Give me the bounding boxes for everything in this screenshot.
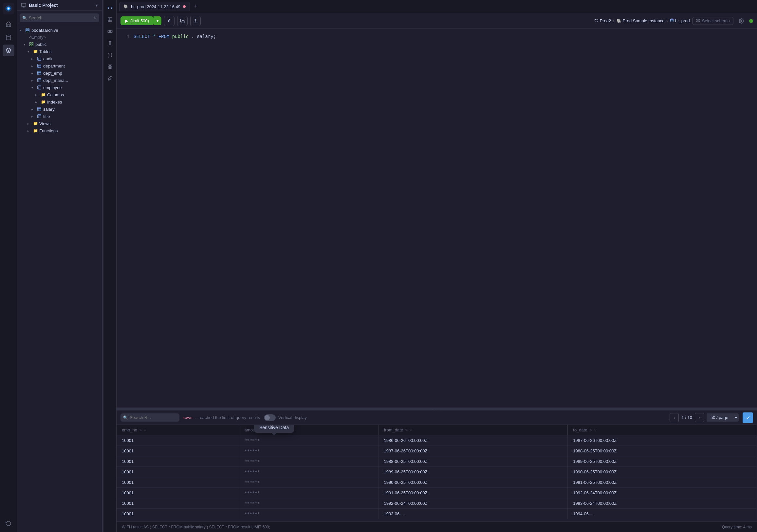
resize-handle[interactable]: ⋯⋯⋯ xyxy=(117,408,757,410)
breadcrumb-prod2[interactable]: 🛡 Prod2 xyxy=(594,18,611,23)
results-table-wrapper: Sensitive Data emp_no ⇅ ▽ xyxy=(117,425,757,521)
icon-panel: ( ) xyxy=(104,0,117,532)
tree-item-views[interactable]: ▸ 📁 Views xyxy=(17,120,102,127)
status-query: WITH result AS ( SELECT * FROM public.sa… xyxy=(122,525,717,529)
breadcrumb-db-label: hr_prod xyxy=(675,18,690,23)
tree-item-dept-emp[interactable]: ▸ dept_emp xyxy=(17,70,102,77)
results-panel: 🔍 rows - reached the limit of query resu… xyxy=(117,410,757,521)
chevron-icon: ▸ xyxy=(31,64,35,68)
tree-label-empty: <Empty> xyxy=(29,35,46,40)
next-page-button[interactable]: › xyxy=(695,413,704,422)
results-search-input[interactable] xyxy=(120,413,179,422)
code-editor[interactable]: 1 SELECT * FROM public . salary; xyxy=(117,29,757,408)
tree-item-dept-mana[interactable]: ▸ dept_mana... xyxy=(17,77,102,84)
puzzle-icon[interactable] xyxy=(105,73,115,84)
tree-item-public[interactable]: ▾ public xyxy=(17,41,102,48)
svg-rect-20 xyxy=(108,67,110,69)
cell-from-date: 1990-06-25T00:00:00Z xyxy=(378,477,568,488)
tab-unsaved-dot xyxy=(183,5,186,8)
prev-page-button[interactable]: ‹ xyxy=(670,413,679,422)
code-dot: . xyxy=(191,34,194,39)
new-tab-button[interactable]: + xyxy=(191,2,200,11)
cell-from-date: 1987-06-26T00:00:00Z xyxy=(378,446,568,456)
tree-item-salary[interactable]: ▸ salary xyxy=(17,106,102,113)
breadcrumb-instance-label: Prod Sample Instance xyxy=(623,18,665,23)
run-button[interactable]: ▶ (limit 500) xyxy=(120,16,154,25)
code-table: salary; xyxy=(197,34,216,39)
tree-label: title xyxy=(43,114,50,119)
cell-emp-no: 10001 xyxy=(117,467,239,477)
svg-rect-11 xyxy=(38,86,41,89)
select-schema-button[interactable]: Select schema xyxy=(692,17,733,25)
tree-item-tables[interactable]: ▾ 📁 Tables xyxy=(17,48,102,55)
cell-emp-no: 10001 xyxy=(117,488,239,498)
format-button[interactable] xyxy=(164,16,174,26)
chevron-icon: ▸ xyxy=(35,100,39,104)
status-time: Query time: 4 ms xyxy=(722,525,752,529)
col-header-amount[interactable]: amount 🔒 ⇅ ▽ xyxy=(239,425,378,435)
cell-emp-no: 10001 xyxy=(117,456,239,467)
chevron-icon: ▾ xyxy=(27,50,31,53)
share-button[interactable] xyxy=(190,16,201,26)
tree-label: Views xyxy=(39,121,50,126)
col-header-emp-no[interactable]: emp_no ⇅ ▽ xyxy=(117,425,239,435)
breadcrumb-instance[interactable]: 🐘 Prod Sample Instance xyxy=(617,18,665,23)
grid2-icon[interactable] xyxy=(105,62,115,72)
tree-item-functions[interactable]: ▸ 📁 Functions xyxy=(17,127,102,134)
tree-label: employee xyxy=(43,85,62,90)
sidebar-tree: ▸ bbdataarchive <Empty> ▾ public ▾ xyxy=(17,25,102,532)
nav-home-icon[interactable] xyxy=(3,18,15,30)
cell-amount: ****** xyxy=(239,435,378,446)
col-label: emp_no xyxy=(122,427,137,432)
active-tab[interactable]: 🐘 hr_prod 2024-11-22 16:49 xyxy=(119,2,190,11)
vertical-toggle[interactable] xyxy=(264,414,276,421)
tree-item-bbdataarchive[interactable]: ▸ bbdataarchive xyxy=(17,26,102,34)
parens-icon[interactable]: ( ) xyxy=(105,50,115,60)
tree-label: audit xyxy=(43,56,52,61)
search-wrapper: 🔍 ↻ xyxy=(20,14,99,22)
svg-rect-23 xyxy=(182,20,184,23)
per-page-select[interactable]: 50 / page 100 / page xyxy=(707,413,739,422)
cell-from-date: 1989-06-25T00:00:00Z xyxy=(378,467,568,477)
nav-database-icon[interactable] xyxy=(3,31,15,43)
cell-emp-no: 10001 xyxy=(117,498,239,509)
breadcrumb-db[interactable]: hr_prod xyxy=(670,18,690,23)
er-diagram-icon[interactable] xyxy=(105,26,115,37)
table-icon xyxy=(37,114,42,119)
run-dropdown-button[interactable]: ▾ xyxy=(154,16,162,25)
cell-emp-no: 10001 xyxy=(117,477,239,488)
nav-history-icon[interactable] xyxy=(3,517,15,529)
sql-editor-icon[interactable] xyxy=(105,3,115,13)
cell-from-date: 1992-06-24T00:00:00Z xyxy=(378,498,568,509)
tree-label: dept_mana... xyxy=(43,78,68,83)
nav-layers-icon[interactable] xyxy=(3,45,15,56)
folder-icon: 📁 xyxy=(33,121,38,126)
tree-item-indexes[interactable]: ▸ 📁 Indexes xyxy=(17,98,102,106)
svg-rect-9 xyxy=(38,72,41,75)
tree-label: department xyxy=(43,64,65,69)
tree-item-audit[interactable]: ▸ audit xyxy=(17,55,102,62)
svg-rect-8 xyxy=(38,64,41,68)
table-icon xyxy=(37,78,42,83)
tree-label: dept_emp xyxy=(43,71,62,76)
tree-item-employee[interactable]: ▾ employee xyxy=(17,84,102,91)
apply-button[interactable] xyxy=(742,412,753,423)
db-icon xyxy=(670,18,674,23)
search-input[interactable] xyxy=(20,14,99,22)
refresh-icon[interactable]: ↻ xyxy=(93,16,97,20)
tree-item-title[interactable]: ▸ title xyxy=(17,113,102,120)
table-icon xyxy=(37,85,42,90)
results-status: rows - reached the limit of query result… xyxy=(183,415,260,420)
cell-amount: ****** xyxy=(239,446,378,456)
func-icon[interactable] xyxy=(105,38,115,48)
settings-button[interactable] xyxy=(736,16,746,26)
lock-icon: 🔒 xyxy=(260,428,264,432)
tree-label: Indexes xyxy=(47,100,62,105)
copy-button[interactable] xyxy=(177,16,188,26)
tree-item-columns[interactable]: ▸ 📁 Columns xyxy=(17,91,102,98)
col-header-to-date[interactable]: to_date ⇅ ▽ xyxy=(568,425,757,435)
project-chevron[interactable]: ▾ xyxy=(96,3,98,8)
tree-item-department[interactable]: ▸ department xyxy=(17,62,102,70)
col-header-from-date[interactable]: from_date ⇅ ▽ xyxy=(378,425,568,435)
data-icon[interactable] xyxy=(105,15,115,25)
